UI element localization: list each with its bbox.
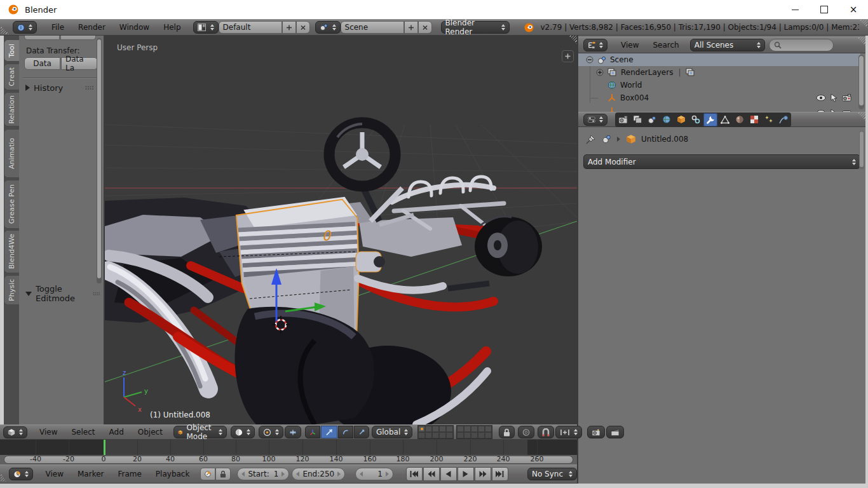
tab-render[interactable] xyxy=(616,113,630,126)
editor-type-selector-outliner[interactable] xyxy=(583,39,607,51)
layers-group-1[interactable] xyxy=(417,425,454,439)
outliner-row-world[interactable]: World xyxy=(578,79,860,92)
add-screen-layout-button[interactable] xyxy=(282,21,296,34)
transform-orientation-select[interactable]: Global xyxy=(372,426,412,438)
breadcrumb-object-name[interactable]: Untitled.008 xyxy=(641,135,688,144)
tab-object[interactable] xyxy=(674,113,688,126)
timeline-scrollbar[interactable]: -40 -20 0 20 40 60 80 100 120 140 160 18… xyxy=(0,455,577,464)
timeline-menu-frame[interactable]: Frame xyxy=(111,470,148,478)
add-scene-button[interactable] xyxy=(404,21,418,34)
area-corner-grip[interactable] xyxy=(859,20,867,28)
panel-drag-dots-icon[interactable] xyxy=(93,292,100,296)
scene-name-field[interactable]: Scene xyxy=(341,21,404,34)
menu-file[interactable]: File xyxy=(44,23,71,32)
tab-constraints[interactable] xyxy=(689,113,703,126)
rotate-manipulator-button[interactable] xyxy=(338,426,353,438)
toolshelf-tab-create[interactable]: Creat xyxy=(4,64,19,90)
renderlayer-icon[interactable] xyxy=(686,68,695,77)
properties-scrollbar-handle[interactable] xyxy=(860,132,864,167)
cursor-arrow-icon[interactable] xyxy=(831,93,837,102)
timeline-menu-marker[interactable]: Marker xyxy=(71,470,111,478)
editor-type-selector-properties[interactable] xyxy=(583,114,607,126)
delete-screen-layout-button[interactable] xyxy=(296,21,310,34)
area-corner-grip[interactable] xyxy=(1,26,9,34)
eye-icon[interactable] xyxy=(816,95,826,101)
menu-help[interactable]: Help xyxy=(156,23,187,32)
view3d-menu-view[interactable]: View xyxy=(32,428,64,437)
lock-time-button[interactable] xyxy=(215,468,231,480)
pivot-point-select[interactable] xyxy=(259,426,283,438)
timeline-menu-view[interactable]: View xyxy=(39,470,71,478)
toolshelf-scrollbar-handle[interactable] xyxy=(97,39,101,278)
outliner-menu-view[interactable]: View xyxy=(614,41,646,50)
editor-type-selector-info[interactable]: i xyxy=(13,21,37,34)
toolshelf-tab-tools[interactable]: Tool xyxy=(4,39,19,62)
editor-type-selector-3dview[interactable] xyxy=(3,426,27,438)
outliner-row-scene[interactable]: Scene xyxy=(578,53,860,66)
start-frame-field[interactable]: Start: 1 xyxy=(237,468,289,480)
toolshelf-tab-physics[interactable]: Physic xyxy=(4,275,19,305)
jump-next-keyframe-button[interactable] xyxy=(475,467,491,481)
outliner-row-partial[interactable] xyxy=(578,104,860,112)
current-frame-field[interactable]: 1 xyxy=(355,468,393,480)
view3d-menu-add[interactable]: Add xyxy=(102,428,131,437)
screen-layout-name-field[interactable]: Default xyxy=(219,21,282,34)
maximize-button[interactable] xyxy=(810,0,839,19)
area-corner-grip[interactable] xyxy=(1,473,6,482)
outliner-row-box004[interactable]: Box004 xyxy=(578,92,860,104)
opengl-render-button[interactable] xyxy=(587,426,605,438)
view3d-menu-select[interactable]: Select xyxy=(64,428,102,437)
play-button[interactable] xyxy=(458,467,474,481)
toggle-editmode-panel-header[interactable]: Toggle Editmode xyxy=(25,287,100,300)
outliner-scrollbar[interactable] xyxy=(858,55,864,109)
layers-group-2[interactable] xyxy=(456,425,492,439)
tab-scene[interactable] xyxy=(645,113,659,126)
proportional-edit-button[interactable] xyxy=(518,426,534,438)
play-reverse-button[interactable] xyxy=(440,467,457,481)
area-corner-grip[interactable] xyxy=(857,112,865,121)
outliner-row-renderlayers[interactable]: RenderLayers | xyxy=(578,66,860,79)
av-sync-select[interactable]: No Sync xyxy=(527,468,577,480)
kart-floor-panel[interactable] xyxy=(359,217,462,257)
tab-physics[interactable] xyxy=(776,113,790,126)
tab-particles[interactable] xyxy=(762,113,776,126)
current-frame-indicator[interactable] xyxy=(104,440,105,455)
timeline-menu-playback[interactable]: Playback xyxy=(149,470,197,478)
screen-layout-icon-button[interactable] xyxy=(193,21,219,34)
menu-render[interactable]: Render xyxy=(71,23,112,32)
camera-restrict-icon[interactable] xyxy=(842,94,851,102)
history-panel-header[interactable]: History xyxy=(25,81,99,94)
mode-select[interactable]: Object Mode xyxy=(173,426,227,438)
manipulator-axes-button[interactable] xyxy=(305,426,320,438)
toolshelf-tab-blend4web[interactable]: Blend4We xyxy=(4,230,19,273)
tab-texture[interactable] xyxy=(747,113,761,126)
timeline-scrollbar-handle[interactable] xyxy=(4,456,573,464)
delete-scene-button[interactable] xyxy=(418,21,432,34)
toolshelf-tab-animation[interactable]: Animatio xyxy=(4,129,19,178)
minimize-button[interactable] xyxy=(780,0,810,19)
snap-element-select[interactable] xyxy=(555,426,582,438)
outliner-menu-search[interactable]: Search xyxy=(646,41,686,50)
snap-toggle-button[interactable] xyxy=(538,426,554,438)
menu-window[interactable]: Window xyxy=(112,23,156,32)
jump-to-start-button[interactable] xyxy=(406,467,423,481)
tab-material[interactable] xyxy=(733,113,747,126)
properties-scrollbar[interactable] xyxy=(859,131,864,169)
opengl-render-anim-button[interactable] xyxy=(606,426,624,438)
add-modifier-dropdown[interactable]: Add Modifier xyxy=(583,154,860,169)
panel-drag-dots-icon[interactable] xyxy=(85,86,94,90)
jump-to-end-button[interactable] xyxy=(492,467,508,481)
tab-render-layers[interactable] xyxy=(630,113,644,126)
view3d-menu-object[interactable]: Object xyxy=(131,428,170,437)
pin-icon[interactable] xyxy=(586,135,595,144)
kart-carburetor[interactable] xyxy=(356,252,385,272)
timeline-track[interactable] xyxy=(0,440,577,455)
lock-to-scene-button[interactable] xyxy=(499,426,515,438)
tab-object-data[interactable] xyxy=(718,113,732,126)
jump-prev-keyframe-button[interactable] xyxy=(423,467,440,481)
outliner-scrollbar-handle[interactable] xyxy=(859,56,864,105)
tab-modifiers[interactable] xyxy=(703,113,717,126)
scale-manipulator-button[interactable] xyxy=(354,426,369,438)
kart-seat[interactable] xyxy=(234,307,451,424)
object-data-icon[interactable] xyxy=(602,135,611,144)
